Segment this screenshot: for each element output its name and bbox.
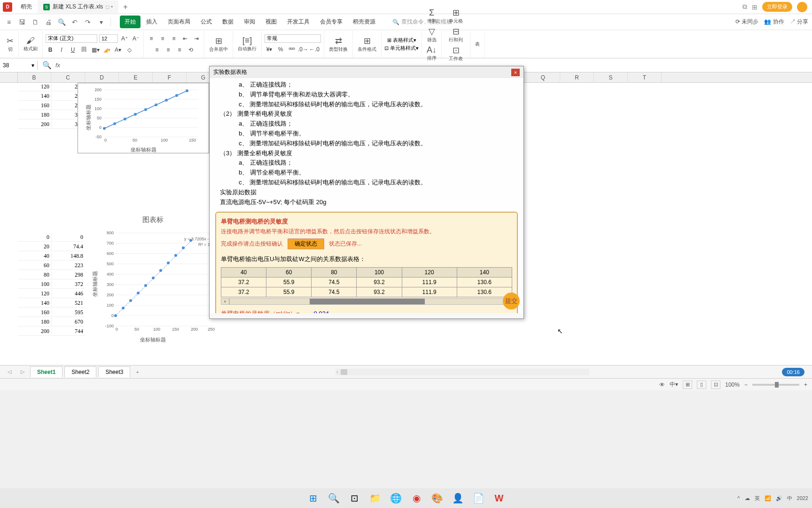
data-cell[interactable]: 140 bbox=[18, 92, 52, 101]
data-cell[interactable]: 180 bbox=[18, 111, 52, 119]
indent-inc-button[interactable]: ⇥ bbox=[192, 34, 201, 43]
save-as-button[interactable]: 🗋 bbox=[30, 17, 40, 27]
currency-button[interactable]: ¥▾ bbox=[265, 45, 274, 54]
zoom-slider[interactable] bbox=[752, 384, 799, 386]
col-header[interactable]: Q bbox=[526, 72, 560, 83]
sort-button[interactable]: A↓排序 bbox=[425, 44, 438, 63]
cond-format-button[interactable]: ⊞条件格式 bbox=[356, 35, 378, 54]
app-icon-1[interactable]: ◉ bbox=[407, 489, 425, 507]
data-cell[interactable]: 80 bbox=[18, 271, 52, 279]
view-normal-button[interactable]: ⊞ bbox=[683, 381, 692, 389]
zoom-out-button[interactable]: − bbox=[744, 381, 748, 388]
submit-help-button[interactable]: 提交 bbox=[503, 293, 520, 310]
dec-inc-button[interactable]: .0→ bbox=[298, 45, 308, 54]
clear-format-button[interactable]: ◇ bbox=[125, 45, 134, 55]
app-icon-4[interactable]: 📄 bbox=[469, 489, 487, 507]
data-cell[interactable]: 521 bbox=[52, 299, 86, 308]
tab-devtools[interactable]: 开发工具 bbox=[282, 16, 314, 28]
number-format-select[interactable] bbox=[265, 34, 321, 43]
data-cell[interactable]: 0 bbox=[52, 233, 86, 242]
apps-grid-icon[interactable]: ⊞ bbox=[752, 3, 757, 11]
tab-review[interactable]: 审阅 bbox=[239, 16, 260, 28]
strike-button[interactable]: 田 bbox=[79, 45, 89, 55]
print-button[interactable]: 🖨 bbox=[43, 17, 54, 27]
start-button[interactable]: ⊞ bbox=[304, 489, 322, 507]
search-taskbar-icon[interactable]: 🔍 bbox=[325, 489, 343, 507]
align-middle-button[interactable]: ≡ bbox=[158, 34, 167, 43]
font-color-button[interactable]: A▾ bbox=[113, 45, 123, 55]
zoom-icon[interactable]: 🔍 bbox=[42, 61, 52, 70]
tab-member[interactable]: 会员专享 bbox=[315, 16, 347, 28]
tray-time[interactable]: 2022 bbox=[797, 495, 808, 501]
tab-formula[interactable]: 公式 bbox=[196, 16, 217, 28]
tray-lang-1[interactable]: 英 bbox=[755, 495, 760, 502]
wrap-button[interactable]: [≡]自动换行 bbox=[236, 35, 258, 53]
eye-icon[interactable]: 👁 bbox=[659, 381, 665, 388]
menu-button[interactable]: ≡ bbox=[4, 17, 14, 27]
tray-chevron-icon[interactable]: ^ bbox=[737, 495, 740, 501]
avatar-icon[interactable] bbox=[797, 2, 807, 12]
tab-resources[interactable]: 稻壳资源 bbox=[348, 16, 380, 28]
fx-icon[interactable]: fx bbox=[55, 62, 60, 69]
align-top-button[interactable]: ≡ bbox=[147, 34, 156, 43]
format-painter-button[interactable]: 🖌格式刷 bbox=[22, 35, 39, 53]
zoom-in-button[interactable]: + bbox=[804, 381, 807, 388]
data-cell[interactable]: 595 bbox=[52, 309, 86, 317]
zoom-level[interactable]: 100% bbox=[725, 381, 740, 388]
align-right-button[interactable]: ≡ bbox=[175, 45, 184, 55]
indent-dec-button[interactable]: ⇤ bbox=[180, 34, 190, 43]
tab-insert[interactable]: 插入 bbox=[141, 16, 162, 28]
tray-lang-2[interactable]: 中 bbox=[787, 495, 792, 502]
col-header[interactable]: E bbox=[119, 72, 153, 83]
sheet-nav-next[interactable]: ▷ bbox=[17, 367, 28, 377]
data-cell[interactable]: 140 bbox=[18, 299, 52, 308]
decrease-font-button[interactable]: A⁻ bbox=[131, 34, 141, 43]
data-cell[interactable]: 160 bbox=[18, 102, 52, 110]
col-header[interactable]: B bbox=[17, 72, 51, 83]
data-cell[interactable]: 160 bbox=[18, 309, 52, 317]
data-cell[interactable]: 744 bbox=[52, 327, 86, 336]
app-icon-2[interactable]: 🎨 bbox=[428, 489, 446, 507]
chinese-icon[interactable]: 中▾ bbox=[670, 381, 678, 389]
tray-wifi-icon[interactable]: 📶 bbox=[765, 495, 771, 501]
sum-button[interactable]: Σ求和 bbox=[425, 7, 438, 25]
data-cell[interactable]: 120 bbox=[18, 83, 52, 91]
app-tab-home[interactable]: 稻壳 bbox=[15, 0, 38, 13]
data-cell[interactable]: 148.8 bbox=[52, 252, 86, 261]
add-sheet-button[interactable]: + bbox=[132, 367, 142, 377]
sheet-tab-2[interactable]: Sheet2 bbox=[64, 366, 96, 377]
data-cell[interactable]: 298 bbox=[52, 271, 86, 279]
file-tab[interactable]: S 新建 XLS 工作表.xls □ • bbox=[38, 0, 118, 13]
redo-button[interactable]: ↷ bbox=[83, 17, 93, 27]
comma-button[interactable]: ººº bbox=[287, 45, 297, 54]
data-cell[interactable]: 200 bbox=[18, 120, 52, 129]
data-cell[interactable]: 120 bbox=[18, 290, 52, 298]
view-break-button[interactable]: ⊡ bbox=[711, 381, 720, 389]
sheet-nav-prev[interactable]: ◁ bbox=[4, 367, 15, 377]
sync-status[interactable]: ⟳ 未同步 bbox=[735, 18, 758, 26]
align-bottom-button[interactable]: ≡ bbox=[169, 34, 179, 43]
bold-button[interactable]: B bbox=[46, 45, 55, 55]
tray-onedrive-icon[interactable]: ☁ bbox=[745, 495, 750, 501]
collab-button[interactable]: 👥 协作 bbox=[764, 18, 784, 26]
data-cell[interactable]: 223 bbox=[52, 262, 86, 270]
data-cell[interactable]: 180 bbox=[18, 318, 52, 326]
tray-volume-icon[interactable]: 🔊 bbox=[776, 495, 782, 501]
chart-1[interactable]: 坐标轴标题 200 150 100 50 0 -50 050100150 坐标轴… bbox=[78, 83, 209, 153]
task-view-icon[interactable]: ⊡ bbox=[345, 489, 363, 507]
sheet-tab-3[interactable]: Sheet3 bbox=[98, 366, 130, 377]
confirm-state-button[interactable]: 确定状态 bbox=[288, 238, 324, 249]
data-cell[interactable]: 74.4 bbox=[52, 243, 86, 251]
orientation-button[interactable]: ⟲ bbox=[186, 45, 195, 55]
window-layout-icon[interactable]: ⧉ bbox=[742, 3, 747, 11]
underline-button[interactable]: U bbox=[68, 45, 78, 55]
tab-home[interactable]: 开始 bbox=[120, 16, 141, 28]
sheet-hscrollbar[interactable]: ‹ bbox=[336, 369, 589, 375]
dec-dec-button[interactable]: ←.0 bbox=[310, 45, 319, 54]
cell-style-button[interactable]: ⊡ 单元格样式▾ bbox=[384, 45, 419, 52]
table-hscroll[interactable]: ‹ › bbox=[221, 298, 512, 305]
command-search[interactable]: 🔍 查找命令、搜索模板 bbox=[392, 18, 452, 26]
data-cell[interactable]: 100 bbox=[18, 280, 52, 289]
data-cell[interactable]: 670 bbox=[52, 318, 86, 326]
col-header[interactable]: C bbox=[51, 72, 85, 83]
